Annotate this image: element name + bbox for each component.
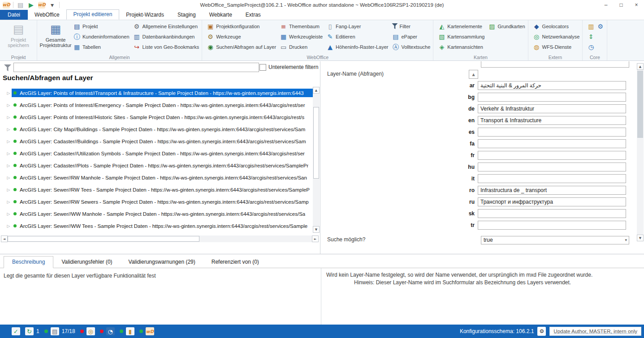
ribbon-item-geolocators[interactable]: ◆Geolocators: [533, 21, 580, 31]
filter-input[interactable]: [13, 63, 259, 72]
tab-beschreibung[interactable]: Beschreibung: [4, 256, 53, 268]
status-item-validation-check-icon[interactable]: ✓: [12, 327, 20, 335]
layer-name-input-es[interactable]: [478, 128, 626, 137]
tree-row[interactable]: ▷ArcGIS Layer: Sewer//RW Tees - Sample P…: [0, 184, 320, 196]
tree-row[interactable]: ▷ArcGIS Layer: Cadaster//Plots - Sample …: [0, 159, 320, 171]
ribbon-item-suchen-abfragen-auf-layer[interactable]: ◉Suchen/Abfragen auf Layer: [207, 42, 276, 51]
tree-row[interactable]: ▷ArcGIS Layer: City Map//Buildings - Sam…: [0, 123, 320, 135]
expand-caret-icon[interactable]: ▷: [5, 91, 12, 95]
expand-caret-icon[interactable]: ▷: [5, 212, 12, 216]
ribbon-item-kartensammlung[interactable]: ▧Kartensammlung: [438, 32, 484, 41]
ribbon-item-layout-columns-icon-wrench-icon[interactable]: ▥⚙: [587, 21, 604, 31]
layer-name-input-fa[interactable]: [478, 139, 626, 148]
tab-extras[interactable]: Extras: [239, 10, 268, 20]
status-item-search-service-icon[interactable]: ◎: [80, 327, 95, 335]
layer-name-input-bg[interactable]: [478, 93, 626, 102]
ribbon-item-wfs-dienste[interactable]: ◍WFS-Dienste: [533, 42, 580, 51]
dropdown-caret-icon[interactable]: ▾: [48, 1, 56, 9]
user-session-button[interactable]: Update Author, MASTER, intern only: [549, 327, 641, 336]
expand-caret-icon[interactable]: ▷: [5, 103, 12, 107]
minimize-button[interactable]: –: [598, 0, 614, 10]
ribbon-item-h-heninfo-raster-layer[interactable]: ▲Höheninfo-Raster-Layer: [326, 42, 388, 51]
expand-caret-icon[interactable]: ▷: [5, 188, 12, 192]
search-possible-select[interactable]: true ▾: [481, 236, 629, 244]
expand-caret-icon[interactable]: ▷: [5, 200, 12, 204]
tab-weboffice[interactable]: WebOffice: [28, 10, 66, 20]
layer-name-input-hu[interactable]: [478, 163, 626, 171]
tree-vscroll-thumb[interactable]: [313, 107, 319, 179]
ribbon-item-epaper[interactable]: ▤ePaper: [392, 32, 430, 41]
layer-name-input-fr[interactable]: [478, 151, 626, 160]
layer-name-input-it[interactable]: [478, 174, 626, 183]
status-item-globe-service-icon[interactable]: ◔: [100, 327, 115, 335]
expand-caret-icon[interactable]: ▷: [5, 224, 12, 228]
layer-name-input-sk[interactable]: [478, 209, 626, 218]
status-item-database-user-icon[interactable]: ▮: [120, 327, 134, 335]
ribbon-item-netzwerkanalyse[interactable]: ◎Netzwerkanalyse: [533, 32, 580, 41]
tree-row[interactable]: ▷ArcGIS Layer: Cadaster//Utilization Sym…: [0, 147, 320, 159]
tab-referenziert-von-0-[interactable]: Referenziert von (0): [203, 256, 267, 268]
ribbon-item-spacing-icon[interactable]: ⇕: [587, 32, 604, 41]
expand-caret-icon[interactable]: ▷: [5, 115, 12, 120]
ribbon-item-kartenelemente[interactable]: ◭Kartenelemente: [438, 21, 484, 31]
scroll-right-button[interactable]: ►: [312, 235, 319, 242]
scroll-down-button[interactable]: ▼: [313, 226, 320, 233]
tree-row[interactable]: ▷ArcGIS Layer: Sewer//RW Manhole - Sampl…: [0, 171, 320, 184]
tree-vscroll-track[interactable]: [313, 94, 320, 226]
layer-name-input-ru[interactable]: Транспорт и инфраструктура: [478, 197, 626, 206]
tree-row[interactable]: ▷ArcGIS Layer: Sewer//WW Tees - Sample P…: [0, 220, 320, 232]
tree-row[interactable]: ▷ArcGIS Layer: Sewer//RW Sewers - Sample…: [0, 196, 320, 208]
tree-row[interactable]: ▷ArcGIS Layer: Sewer//WW Manhole - Sampl…: [0, 208, 320, 220]
run-icon[interactable]: ▶: [27, 1, 35, 9]
scroll-left-button[interactable]: ◄: [1, 235, 8, 242]
ribbon-item-datenbankanbindungen[interactable]: ▥Datenbankanbindungen: [133, 32, 199, 41]
tab-webkarte[interactable]: Webkarte: [203, 10, 239, 20]
tree-row[interactable]: ▷ArcGIS Layer: Points of Interest//Histo…: [0, 111, 320, 123]
weboffice-icon[interactable]: wD: [3, 2, 10, 9]
tab-projekt-editieren[interactable]: Projekt editieren: [66, 9, 120, 20]
status-item-sync-icon[interactable]: ↻1: [25, 327, 39, 335]
layer-name-input-ar[interactable]: حركة المرور & البنية التحتية: [478, 81, 626, 90]
status-item-weboffice-icon[interactable]: wD: [139, 327, 154, 335]
tab-staging[interactable]: Staging: [171, 10, 203, 20]
ribbon-item-kartenansichten[interactable]: ◈Kartenansichten: [438, 42, 484, 51]
close-button[interactable]: ×: [629, 0, 644, 10]
scrolled-field-partial[interactable]: [481, 61, 629, 68]
ribbon-item-tabellen[interactable]: ▦Tabellen: [73, 42, 130, 51]
ribbon-item-werkzeuge[interactable]: ⚙Werkzeuge: [207, 32, 276, 41]
tab-datei[interactable]: Datei: [0, 10, 28, 20]
ribbon-item-allgemeine-einstellungen[interactable]: ⚙Allgemeine Einstellungen: [133, 21, 199, 31]
ribbon-item-drucken[interactable]: ▭Drucken: [280, 42, 323, 51]
expand-caret-icon[interactable]: ▷: [5, 175, 12, 180]
ribbon-item-filter[interactable]: Filter: [392, 21, 430, 31]
panel-vscroll-thumb[interactable]: [637, 71, 643, 138]
expand-caret-icon[interactable]: ▷: [5, 151, 12, 156]
expand-caret-icon[interactable]: ▷: [5, 163, 12, 168]
ribbon-item-werkzeugleiste[interactable]: ▦Werkzeugleiste: [280, 32, 323, 41]
layer-name-input-de[interactable]: Verkehr & Infrastruktur: [478, 104, 626, 113]
ribbon-item-grundkarten[interactable]: ▨Grundkarten: [488, 21, 525, 31]
ribbon-item-clock-icon[interactable]: ◷: [587, 42, 604, 51]
expand-caret-icon[interactable]: ▷: [5, 127, 12, 132]
layer-name-input-ro[interactable]: Infrastructura de _ transport: [478, 186, 626, 195]
scroll-up-button[interactable]: ▲: [313, 87, 320, 94]
panel-vscroll-track[interactable]: [637, 70, 644, 235]
ribbon-item-fang-layer[interactable]: ▯Fang-Layer: [326, 21, 388, 31]
tree-hscroll-thumb[interactable]: [8, 236, 199, 242]
tree-row[interactable]: ▷ArcGIS Layer: Points of Interest//Emerg…: [0, 99, 320, 111]
ribbon-button-gesamte-projektstruktur[interactable]: ▦Gesamte Projektstruktur: [40, 21, 71, 48]
settings-gears-icon[interactable]: ⚙: [537, 327, 546, 336]
weboffice-icon[interactable]: wD: [38, 2, 45, 9]
ribbon-button-projekt-speichern[interactable]: ▤Projekt speichern: [3, 21, 34, 48]
expand-caret-icon[interactable]: ▷: [5, 139, 12, 144]
ribbon-item-themenbaum[interactable]: ≡Themenbaum: [280, 21, 323, 31]
panel-scroll-down-button[interactable]: ▼: [637, 235, 644, 241]
unterelemente-filtern-checkbox[interactable]: [259, 64, 266, 71]
collapse-languages-button[interactable]: ▲: [469, 70, 478, 79]
tab-validierungswarnungen-29-[interactable]: Validierungswarnungen (29): [121, 256, 203, 268]
maximize-button[interactable]: □: [614, 0, 629, 10]
save-icon[interactable]: ▤: [17, 1, 24, 9]
layer-name-input-tr[interactable]: [478, 221, 626, 230]
ribbon-item-projektkonfiguration[interactable]: ▣Projektkonfiguration: [207, 21, 276, 31]
layer-name-input-en[interactable]: Transport & Infrastructure: [478, 116, 626, 125]
